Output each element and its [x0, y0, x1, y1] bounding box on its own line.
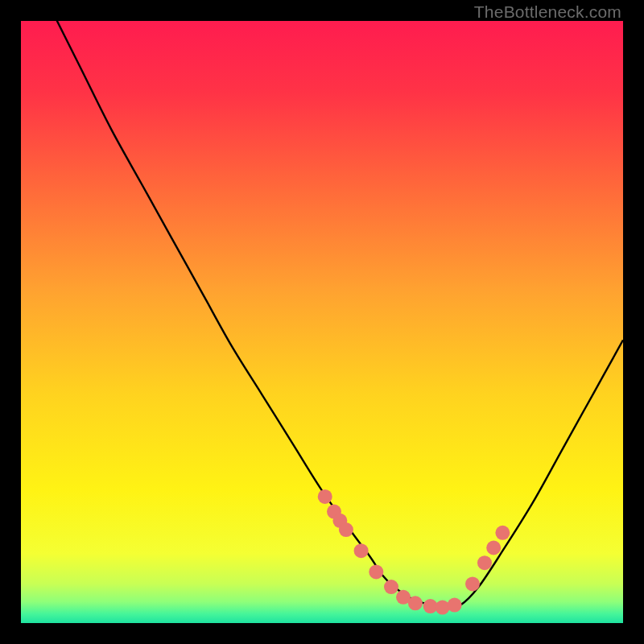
- marker-point: [465, 576, 480, 591]
- marker-point: [486, 541, 501, 555]
- curve-markers: [318, 489, 510, 615]
- curve-layer: [21, 21, 623, 623]
- watermark-text: TheBottleneck.com: [474, 2, 621, 22]
- plot-area: [21, 21, 623, 623]
- marker-point: [354, 543, 369, 558]
- marker-point: [436, 601, 450, 615]
- marker-point: [448, 598, 462, 613]
- marker-point: [369, 564, 383, 579]
- marker-point: [318, 489, 332, 504]
- marker-point: [408, 596, 423, 610]
- marker-point: [477, 555, 492, 570]
- marker-point: [339, 522, 353, 537]
- marker-point: [384, 580, 398, 594]
- chart-stage: TheBottleneck.com: [0, 0, 644, 644]
- marker-point: [495, 526, 510, 540]
